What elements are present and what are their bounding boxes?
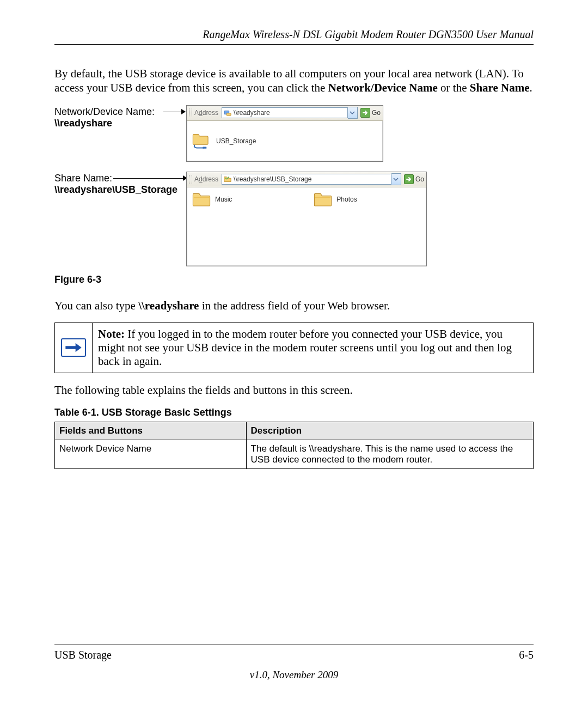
open-folder-icon bbox=[224, 175, 231, 183]
explorer-window-1: Address \\readyshare Go bbox=[186, 105, 383, 162]
callout-network-device-value: \\readyshare bbox=[54, 118, 112, 129]
gripper-icon bbox=[189, 108, 192, 117]
callout-network-device-title: Network/Device Name: bbox=[54, 106, 155, 117]
para2-b: in the address field of your Web browser… bbox=[199, 299, 390, 312]
note-body: If you logged in to the modem router bef… bbox=[98, 327, 512, 368]
note-arrow-icon bbox=[61, 338, 86, 357]
callout-share-name-title: Share Name: bbox=[54, 173, 112, 184]
table-header-fields: Fields and Buttons bbox=[55, 422, 247, 440]
table-caption: Table 6-1. USB Storage Basic Settings bbox=[54, 407, 534, 418]
address-label-2: Address bbox=[194, 175, 218, 183]
folder-name-music: Music bbox=[215, 196, 232, 203]
address-bar-2: Address \\readyshare\USB_Storage Go bbox=[187, 172, 426, 187]
table-row: Network Device Name The default is \\rea… bbox=[55, 440, 534, 469]
address-dropdown-1[interactable] bbox=[348, 107, 358, 119]
explorer-body-2: Music Photos bbox=[187, 187, 426, 266]
note-text: Note: If you logged in to the modem rout… bbox=[93, 322, 534, 373]
callout-line-1 bbox=[163, 112, 182, 112]
network-folder-icon bbox=[192, 133, 212, 149]
explorer-body-1: USB_Storage bbox=[187, 121, 383, 161]
folder-icon bbox=[314, 192, 332, 207]
callout-arrow-1 bbox=[181, 109, 186, 114]
table-cell-description: The default is \\readyshare. This is the… bbox=[246, 440, 533, 469]
table-header-row: Fields and Buttons Description bbox=[55, 422, 534, 440]
usb-storage-settings-table: Fields and Buttons Description Network D… bbox=[54, 422, 534, 469]
intro-bold-1: Network/Device Name bbox=[328, 81, 438, 94]
footer-page-number: 6-5 bbox=[519, 649, 534, 661]
folder-item-music[interactable]: Music bbox=[192, 192, 232, 207]
address-dropdown-2[interactable] bbox=[391, 173, 401, 185]
folder-item-photos[interactable]: Photos bbox=[314, 192, 357, 207]
go-label-2: Go bbox=[415, 175, 424, 183]
callout-network-device: Network/Device Name: \\readyshare bbox=[54, 106, 155, 130]
callout-line-2 bbox=[113, 178, 184, 179]
para2-bold: \\readyshare bbox=[138, 299, 199, 312]
intro-text-b: or the bbox=[438, 81, 470, 94]
header-title: RangeMax Wireless-N DSL Gigabit Modem Ro… bbox=[54, 28, 534, 41]
note-icon-cell bbox=[55, 322, 93, 373]
table-header-description: Description bbox=[246, 422, 533, 440]
folder-name-usb-storage: USB_Storage bbox=[216, 137, 256, 145]
gripper-icon bbox=[189, 175, 192, 184]
explorer-window-2: Address \\readyshare\USB_Storage Go bbox=[186, 172, 427, 266]
folder-icon bbox=[192, 192, 211, 207]
footer-version: v1.0, November 2009 bbox=[54, 669, 534, 681]
go-button-1[interactable]: Go bbox=[360, 107, 381, 118]
go-label-1: Go bbox=[372, 109, 381, 117]
figure-caption: Figure 6-3 bbox=[54, 274, 534, 285]
footer-rule bbox=[54, 644, 534, 644]
address-bar-1: Address \\readyshare Go bbox=[187, 106, 383, 121]
paragraph-table-intro: The following table explains the fields … bbox=[54, 383, 534, 397]
paragraph-readyshare: You can also type \\readyshare in the ad… bbox=[54, 299, 534, 313]
para2-a: You can also type bbox=[54, 299, 138, 312]
folder-name-photos: Photos bbox=[336, 196, 357, 203]
folder-item-usb-storage[interactable]: USB_Storage bbox=[192, 133, 256, 149]
go-button-2[interactable]: Go bbox=[404, 174, 424, 185]
chevron-down-icon bbox=[350, 110, 355, 115]
footer-section: USB Storage bbox=[54, 649, 112, 661]
address-label-1: Address bbox=[194, 109, 218, 117]
page-footer: USB Storage 6-5 v1.0, November 2009 bbox=[54, 644, 534, 681]
callout-share-name-value: \\readyshare\USB_Storage bbox=[54, 184, 177, 195]
header-rule bbox=[54, 44, 534, 45]
address-value-1: \\readyshare bbox=[234, 109, 270, 117]
go-arrow-icon bbox=[360, 108, 370, 118]
note-box: Note: If you logged in to the modem rout… bbox=[54, 322, 534, 373]
table-cell-field: Network Device Name bbox=[55, 440, 247, 469]
intro-text-c: . bbox=[530, 81, 532, 94]
callout-share-name: Share Name: \\readyshare\USB_Storage bbox=[54, 173, 177, 196]
note-label: Note: bbox=[98, 327, 125, 340]
address-value-2: \\readyshare\USB_Storage bbox=[234, 175, 311, 183]
address-input-2[interactable]: \\readyshare\USB_Storage bbox=[222, 174, 391, 185]
address-input-1[interactable]: \\readyshare bbox=[222, 107, 348, 118]
figure-6-3: Network/Device Name: \\readyshare Addres… bbox=[54, 105, 534, 269]
intro-bold-2: Share Name bbox=[470, 81, 530, 94]
intro-paragraph: By default, the USB storage device is av… bbox=[54, 66, 534, 95]
network-icon bbox=[224, 109, 231, 117]
go-arrow-icon bbox=[404, 174, 414, 184]
chevron-down-icon bbox=[393, 176, 399, 182]
